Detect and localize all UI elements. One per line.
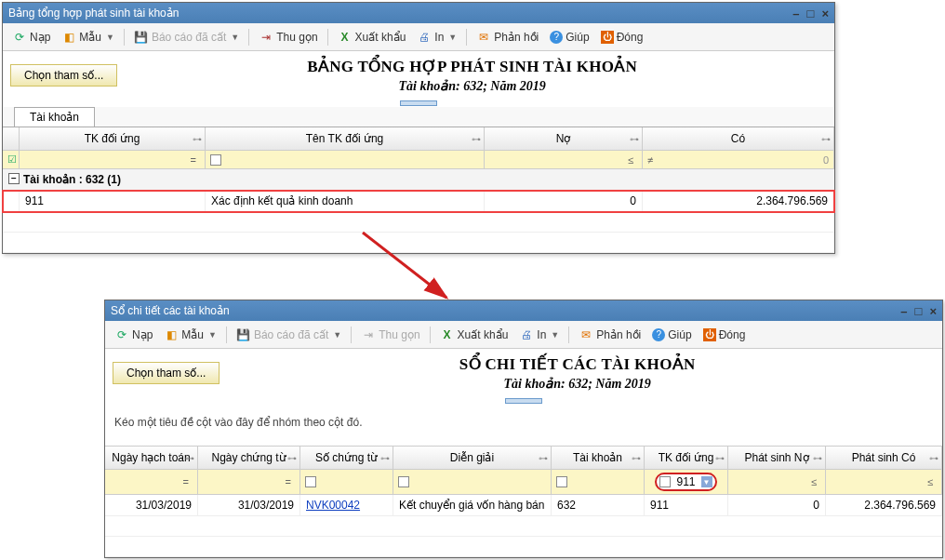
restore-button[interactable]: □ — [807, 7, 815, 20]
col-tk-doi-ung[interactable]: TK đối ứng⊶ — [20, 127, 206, 150]
in-button[interactable]: 🖨In▼ — [413, 28, 460, 47]
phanhoi-button[interactable]: ✉Phản hồi — [575, 326, 645, 344]
pin-icon[interactable]: ⊶ — [821, 134, 831, 144]
filter-dg[interactable] — [393, 470, 552, 494]
tab-taikhoan[interactable]: Tài khoản — [14, 107, 95, 127]
pin-icon[interactable]: ⊶ — [472, 134, 481, 144]
col-ngay-chung-tu[interactable]: Ngày chứng từ⊶ — [198, 447, 300, 469]
giup-button[interactable]: ?Giúp — [546, 29, 592, 46]
toolbar: ⟳Nạp ◧Mẫu▼ 💾Báo cáo đã cất▼ ⇥Thu gọn XXu… — [105, 321, 942, 349]
splitter-handle[interactable] — [505, 398, 542, 404]
export-icon: X — [440, 327, 455, 342]
col-ngay-hach-toan[interactable]: Ngày hạch toán⊶ — [105, 447, 198, 469]
col-phat-sinh-no[interactable]: Phát sinh Nợ⊶ — [728, 447, 826, 469]
nap-button[interactable]: ⟳Nạp — [8, 28, 54, 47]
pin-icon[interactable]: ⊶ — [813, 453, 822, 463]
filter-ten[interactable] — [206, 151, 485, 168]
mau-button[interactable]: ◧Mẫu▼ — [160, 326, 220, 344]
splitter-handle[interactable] — [400, 100, 437, 106]
filter-tkdu[interactable]: 911 ▼ — [645, 470, 728, 494]
chon-tham-so-button[interactable]: Chọn tham số... — [10, 64, 117, 87]
dong-button[interactable]: ⏻Đóng — [699, 327, 750, 343]
thugon-button[interactable]: ⇥Thu gọn — [357, 326, 423, 344]
save-button[interactable]: 💾Báo cáo đã cất▼ — [130, 28, 243, 47]
pin-icon[interactable]: ⊶ — [632, 453, 641, 463]
minimize-button[interactable]: – — [900, 304, 907, 318]
filter-tk[interactable]: = — [20, 151, 206, 168]
minimize-button[interactable]: – — [792, 7, 799, 20]
giup-button[interactable]: ?Giúp — [648, 327, 695, 343]
phanhoi-button[interactable]: ✉Phản hồi — [472, 28, 542, 47]
col-ten-tk[interactable]: Tên TK đối ứng⊶ — [206, 127, 485, 150]
pin-icon[interactable]: ⊶ — [185, 453, 194, 463]
filter-nct[interactable]: = — [198, 470, 300, 494]
filter-nht[interactable]: = — [105, 470, 198, 494]
filter-co[interactable]: ≠0 — [643, 151, 834, 168]
col-phat-sinh-co[interactable]: Phát sinh Có⊶ — [826, 447, 942, 469]
table-row[interactable]: 911 Xác định kết quả kinh doanh 0 2.364.… — [3, 191, 834, 212]
xuatkhau-button[interactable]: XXuất khẩu — [436, 326, 512, 344]
groupbox-hint[interactable]: Kéo một tiêu đề cột vào đây để nhóm theo… — [105, 405, 942, 447]
contains-icon — [398, 476, 409, 487]
save-icon: 💾 — [236, 327, 251, 342]
col-expand — [3, 127, 20, 150]
pin-icon[interactable]: ⊶ — [380, 453, 390, 463]
pin-icon[interactable]: ⊶ — [715, 453, 725, 463]
pin-icon[interactable]: ⊶ — [287, 453, 297, 463]
power-icon: ⏻ — [703, 328, 716, 341]
collapse-icon[interactable]: − — [8, 173, 20, 184]
col-so-chung-tu[interactable]: Số chứng từ⊶ — [300, 447, 393, 469]
close-button[interactable]: × — [929, 304, 937, 318]
col-no[interactable]: Nợ⊶ — [485, 127, 643, 150]
filter-sct[interactable] — [300, 470, 393, 494]
pin-icon[interactable]: ⊶ — [193, 134, 202, 144]
filter-marker[interactable]: ☑ — [3, 151, 20, 168]
xuatkhau-button[interactable]: XXuất khẩu — [334, 28, 410, 47]
titlebar[interactable]: Sổ chi tiết các tài khoản – □ × — [105, 300, 942, 321]
titlebar[interactable]: Bảng tổng hợp phát sinh tài khoản – □ × — [3, 3, 834, 23]
contains-icon — [659, 476, 671, 487]
contains-icon — [305, 476, 316, 487]
save-button[interactable]: 💾Báo cáo đã cất▼ — [233, 326, 345, 344]
separator — [248, 29, 249, 46]
filter-no[interactable]: ≤ — [485, 151, 643, 168]
cell-tk: 632 — [552, 495, 645, 515]
thugon-button[interactable]: ⇥Thu gọn — [255, 28, 321, 47]
close-button[interactable]: × — [821, 7, 829, 20]
equal-icon: = — [183, 476, 189, 487]
table-row[interactable]: 31/03/2019 31/03/2019 NVK00042 Kết chuyể… — [105, 495, 942, 516]
separator — [466, 29, 467, 46]
mau-button[interactable]: ◧Mẫu▼ — [58, 28, 118, 47]
pin-icon[interactable]: ⊶ — [630, 134, 639, 144]
nap-button[interactable]: ⟳Nạp — [111, 326, 156, 344]
pin-icon[interactable]: ⊶ — [929, 453, 938, 463]
summary-window: Bảng tổng hợp phát sinh tài khoản – □ × … — [2, 2, 835, 254]
col-tai-khoan[interactable]: Tài khoản⊶ — [552, 447, 645, 469]
filter-combo-tkdu[interactable]: 911 ▼ — [655, 473, 716, 491]
cell-sct[interactable]: NVK00042 — [300, 495, 393, 515]
dong-button[interactable]: ⏻Đóng — [597, 29, 647, 46]
splitter[interactable] — [105, 397, 942, 405]
col-co[interactable]: Có⊶ — [643, 127, 834, 150]
separator — [351, 327, 352, 343]
filter-tk[interactable] — [552, 470, 645, 494]
in-button[interactable]: 🖨In▼ — [515, 326, 563, 344]
chon-tham-so-button[interactable]: Chọn tham số... — [113, 362, 220, 384]
col-tk-doi-ung[interactable]: TK đối ứng⊶ — [645, 447, 728, 469]
cell-nht: 31/03/2019 — [105, 495, 198, 515]
filter-row: = = 911 ▼ ≤ ≤ — [105, 470, 942, 495]
col-dien-giai[interactable]: Diễn giải⊶ — [393, 447, 552, 469]
restore-button[interactable]: □ — [915, 304, 923, 318]
filter-psn[interactable]: ≤ — [728, 470, 826, 494]
filter-psc[interactable]: ≤ — [826, 470, 942, 494]
chevron-down-icon[interactable]: ▼ — [701, 476, 712, 487]
separator — [226, 327, 227, 343]
chevron-down-icon: ▼ — [333, 330, 341, 340]
voucher-link[interactable]: NVK00042 — [306, 499, 360, 512]
window-controls: – □ × — [900, 304, 937, 318]
splitter[interactable] — [3, 100, 834, 107]
grid-header: TK đối ứng⊶ Tên TK đối ứng⊶ Nợ⊶ Có⊶ — [3, 127, 834, 151]
group-row[interactable]: − Tài khoản : 632 (1) — [3, 169, 834, 191]
help-icon: ? — [550, 31, 563, 44]
pin-icon[interactable]: ⊶ — [539, 453, 548, 463]
